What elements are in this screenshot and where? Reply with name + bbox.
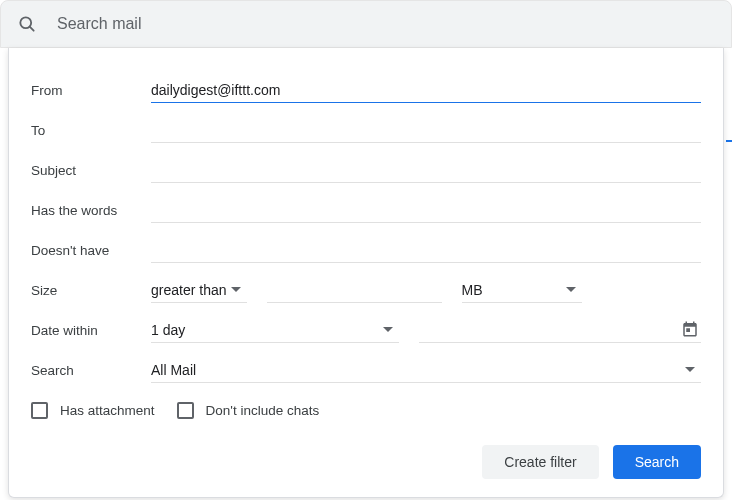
to-input[interactable] <box>151 118 701 143</box>
checkbox-icon <box>31 402 48 419</box>
create-filter-button[interactable]: Create filter <box>482 445 598 479</box>
size-operator-value: greater than <box>151 282 227 298</box>
dont-include-chats-checkbox[interactable]: Don't include chats <box>177 402 320 419</box>
date-within-label: Date within <box>31 323 151 338</box>
search-in-dropdown[interactable]: All Mail <box>151 358 701 383</box>
background-fragment <box>726 126 732 142</box>
has-words-label: Has the words <box>31 203 151 218</box>
subject-input[interactable] <box>151 158 701 183</box>
date-value-input[interactable] <box>419 318 701 343</box>
date-within-value: 1 day <box>151 322 185 338</box>
caret-down-icon <box>685 367 695 372</box>
calendar-icon[interactable] <box>681 320 699 342</box>
date-within-dropdown[interactable]: 1 day <box>151 318 399 343</box>
svg-line-1 <box>30 27 34 31</box>
search-button[interactable]: Search <box>613 445 701 479</box>
has-words-input[interactable] <box>151 198 701 223</box>
search-in-value: All Mail <box>151 362 196 378</box>
background-fragment <box>726 186 732 202</box>
from-label: From <box>31 83 151 98</box>
search-bar[interactable] <box>0 0 732 48</box>
subject-label: Subject <box>31 163 151 178</box>
has-attachment-checkbox[interactable]: Has attachment <box>31 402 155 419</box>
caret-down-icon <box>383 327 393 332</box>
advanced-search-panel: From To Subject Has the words Doesn't ha… <box>8 48 724 498</box>
size-unit-dropdown[interactable]: MB <box>462 278 582 303</box>
caret-down-icon <box>566 287 576 292</box>
to-label: To <box>31 123 151 138</box>
from-input[interactable] <box>151 78 701 103</box>
size-unit-value: MB <box>462 282 483 298</box>
doesnt-have-label: Doesn't have <box>31 243 151 258</box>
checkbox-icon <box>177 402 194 419</box>
doesnt-have-input[interactable] <box>151 238 701 263</box>
search-input[interactable] <box>55 14 715 34</box>
size-operator-dropdown[interactable]: greater than <box>151 278 247 303</box>
dont-include-chats-label: Don't include chats <box>206 403 320 418</box>
size-label: Size <box>31 283 151 298</box>
caret-down-icon <box>231 287 241 292</box>
size-value-input[interactable] <box>267 278 442 303</box>
search-in-label: Search <box>31 363 151 378</box>
search-icon <box>17 14 37 34</box>
has-attachment-label: Has attachment <box>60 403 155 418</box>
